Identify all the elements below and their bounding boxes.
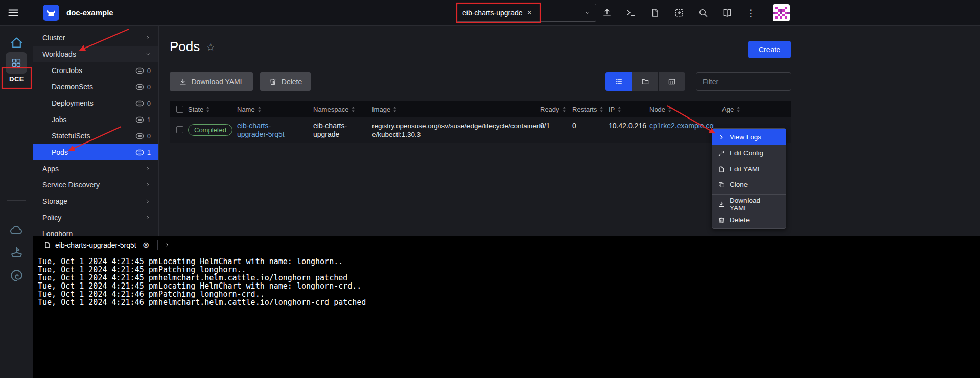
user-avatar[interactable] bbox=[773, 4, 790, 21]
cluster-badge[interactable]: DCE bbox=[0, 75, 33, 83]
rancher-logo[interactable] bbox=[43, 5, 59, 21]
menu-item-download-yaml[interactable]: Download YAML bbox=[712, 196, 786, 212]
book-icon bbox=[722, 8, 732, 18]
view-logs-icon bbox=[718, 134, 725, 141]
pod-name-link[interactable]: eib-charts-upgrader-5rq5t bbox=[237, 122, 294, 139]
import-yaml-button[interactable] bbox=[674, 8, 684, 18]
row-checkbox[interactable] bbox=[176, 126, 183, 133]
create-button[interactable]: Create bbox=[748, 41, 791, 58]
table-view-button[interactable] bbox=[659, 72, 685, 91]
log-tab[interactable]: eib-charts-upgrader-5rq5t ⊗ bbox=[43, 240, 149, 250]
download-yaml-button[interactable]: Download YAML bbox=[170, 72, 253, 91]
folder-view-icon bbox=[641, 78, 649, 86]
expand-panel-icon[interactable] bbox=[164, 242, 170, 248]
spiral-icon bbox=[10, 269, 24, 282]
cluster-name: doc-example bbox=[66, 0, 113, 26]
filter-input[interactable] bbox=[696, 72, 791, 91]
column-header-age[interactable]: Age bbox=[722, 101, 740, 118]
sidebar-item-cronjobs[interactable]: CronJobs 0 bbox=[33, 62, 158, 79]
download-yaml-label: Download YAML bbox=[192, 78, 244, 86]
image-cell: registry.opensuse.org/isv/suse/edge/life… bbox=[372, 122, 546, 139]
row-context-menu: View Logs Edit Config Edit YAML Clone Do… bbox=[712, 128, 786, 229]
search-button[interactable] bbox=[698, 8, 708, 18]
sidebar-nav: Cluster Workloads CronJobs 0 DaemonSets … bbox=[33, 26, 159, 236]
column-header-name[interactable]: Name bbox=[237, 101, 262, 118]
node-link[interactable]: cp1rke2.example.com bbox=[649, 122, 714, 130]
search-icon bbox=[698, 8, 708, 18]
cluster-grid-icon bbox=[11, 57, 22, 68]
sort-icon bbox=[599, 106, 603, 113]
list-view-button[interactable] bbox=[605, 72, 632, 91]
column-header-state[interactable]: State bbox=[188, 101, 210, 118]
sidebar-item-daemonsets[interactable]: DaemonSets 0 bbox=[33, 79, 158, 95]
column-header-ip[interactable]: IP bbox=[609, 101, 621, 118]
count-chip-icon bbox=[135, 149, 144, 156]
sidebar-item-apps[interactable]: Apps bbox=[33, 160, 158, 177]
sidebar-item-longhorn[interactable]: Longhorn bbox=[33, 226, 158, 236]
column-header-namespace[interactable]: Namespace bbox=[313, 101, 355, 118]
menu-item-view-logs[interactable]: View Logs bbox=[712, 129, 786, 145]
trash-icon bbox=[718, 217, 725, 224]
grouped-view-button[interactable] bbox=[632, 72, 659, 91]
favorite-star-icon[interactable]: ☆ bbox=[206, 41, 215, 53]
longhorn-button[interactable] bbox=[10, 269, 24, 282]
menu-item-edit-yaml[interactable]: Edit YAML bbox=[712, 161, 786, 177]
clear-filter-icon[interactable]: × bbox=[527, 8, 532, 17]
column-header-image[interactable]: Image bbox=[372, 101, 397, 118]
docs-button[interactable] bbox=[722, 8, 732, 18]
cloud-credentials-button[interactable] bbox=[10, 223, 24, 237]
upload-button[interactable] bbox=[602, 8, 612, 18]
sidebar-item-statefulsets[interactable]: StatefulSets 0 bbox=[33, 128, 158, 144]
kubeconfig-file-button[interactable] bbox=[650, 8, 660, 18]
chevron-down-icon[interactable] bbox=[585, 10, 591, 16]
column-header-ready[interactable]: Ready bbox=[540, 101, 566, 118]
kubectl-shell-button[interactable] bbox=[626, 8, 636, 18]
column-header-restarts[interactable]: Restarts bbox=[572, 101, 603, 118]
close-tab-icon[interactable]: ⊗ bbox=[143, 240, 149, 250]
active-cluster-tile[interactable] bbox=[6, 52, 27, 74]
sidebar-item-label: Deployments bbox=[52, 99, 94, 107]
resource-count: 1 bbox=[147, 149, 151, 156]
sidebar-item-policy[interactable]: Policy bbox=[33, 209, 158, 226]
sidebar-item-pods[interactable]: Pods 1 bbox=[33, 144, 158, 160]
import-yaml-icon bbox=[674, 8, 684, 18]
sort-icon bbox=[351, 106, 355, 113]
pencil-icon bbox=[718, 150, 725, 157]
sidebar-item-jobs[interactable]: Jobs 1 bbox=[33, 111, 158, 128]
count-chip-icon bbox=[135, 84, 144, 90]
download-icon bbox=[179, 78, 187, 86]
hamburger-icon bbox=[7, 7, 19, 19]
delete-button[interactable]: Delete bbox=[260, 72, 311, 91]
ship-icon bbox=[10, 246, 24, 259]
sidebar-item-deployments[interactable]: Deployments 0 bbox=[33, 95, 158, 111]
fleet-button[interactable] bbox=[10, 246, 24, 259]
menu-item-clone[interactable]: Clone bbox=[712, 177, 786, 193]
sidebar-item-label: Cluster bbox=[42, 34, 65, 42]
main-menu-button[interactable] bbox=[7, 7, 19, 19]
table-view-icon bbox=[668, 78, 676, 86]
select-all-checkbox[interactable] bbox=[176, 106, 183, 113]
log-line: Tue, Oct 1 2024 4:21:45 pmLocating HelmC… bbox=[38, 257, 980, 266]
menu-item-edit-config[interactable]: Edit Config bbox=[712, 145, 786, 161]
menu-item-delete[interactable]: Delete bbox=[712, 212, 786, 228]
sidebar-item-service-discovery[interactable]: Service Discovery bbox=[33, 177, 158, 193]
sidebar-item-cluster[interactable]: Cluster bbox=[33, 30, 158, 46]
log-panel: eib-charts-upgrader-5rq5t ⊗ Tue, Oct 1 2… bbox=[33, 236, 980, 378]
sidebar-item-storage[interactable]: Storage bbox=[33, 193, 158, 209]
chevron-right-icon bbox=[145, 198, 151, 204]
log-message: Locating HelmChart with name: longhorn.. bbox=[158, 257, 343, 266]
chevron-right-icon bbox=[145, 182, 151, 188]
home-button[interactable] bbox=[10, 36, 24, 50]
log-message: helmchart.helm.cattle.io/longhorn-crd pa… bbox=[158, 298, 366, 306]
column-header-node[interactable]: Node bbox=[649, 101, 672, 118]
status-badge: Completed bbox=[188, 124, 232, 136]
overflow-menu-button[interactable]: ⋮ bbox=[746, 8, 756, 18]
sidebar-item-workloads[interactable]: Workloads bbox=[33, 46, 158, 62]
ip-cell: 10.42.0.216 bbox=[609, 122, 646, 130]
count-chip-icon bbox=[135, 133, 144, 139]
log-line: Tue, Oct 1 2024 4:21:46 pmhelmchart.helm… bbox=[38, 298, 980, 306]
table-row[interactable]: Completed eib-charts-upgrader-5rq5t eib-… bbox=[170, 117, 791, 143]
namespace-filter-dropdown[interactable]: eib-charts-upgrade × bbox=[456, 4, 596, 22]
log-line: Tue, Oct 1 2024 4:21:45 pmPatching longh… bbox=[38, 266, 980, 274]
chevron-down-icon bbox=[145, 51, 151, 57]
